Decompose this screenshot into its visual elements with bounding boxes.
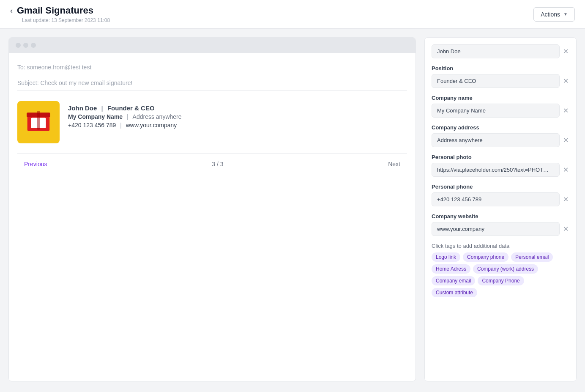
- settings-panel: ✕ Position ✕ Company name ✕ Company addr…: [424, 37, 577, 381]
- field-group-company-address: Company address ✕: [432, 124, 569, 147]
- field-row-company-website: ✕: [432, 222, 569, 236]
- preview-panel: To: someone.from@test test Subject: Chec…: [8, 37, 416, 381]
- position-input[interactable]: [432, 74, 560, 88]
- signature-website: www.your.company: [126, 122, 177, 129]
- company-name-input[interactable]: [432, 104, 560, 118]
- header: ‹ Gmail Signatures Last update: 13 Septe…: [0, 0, 585, 29]
- email-signature-area: John Doe | Founder & CEO My Company Name…: [17, 91, 407, 154]
- email-body: To: someone.from@test test Subject: Chec…: [9, 53, 416, 181]
- clear-personal-photo-button[interactable]: ✕: [562, 166, 569, 174]
- personal-photo-input[interactable]: [432, 163, 560, 177]
- tag-chip-6[interactable]: Company Phone: [478, 276, 524, 285]
- signature-divider-2: |: [127, 113, 130, 120]
- clear-personal-phone-button[interactable]: ✕: [562, 195, 569, 204]
- signature-name: John Doe: [68, 104, 97, 112]
- name-input[interactable]: [432, 44, 560, 58]
- tags-row: Logo linkCompany phonePersonal emailHome…: [432, 252, 569, 297]
- previous-button[interactable]: Previous: [24, 161, 47, 167]
- main-content: To: someone.from@test test Subject: Chec…: [0, 29, 585, 390]
- position-label: Position: [432, 65, 569, 71]
- email-to: To: someone.from@test test: [17, 60, 407, 75]
- page-title: Gmail Signatures: [17, 5, 93, 16]
- tag-chip-1[interactable]: Company phone: [463, 252, 508, 262]
- field-row-name: ✕: [432, 44, 569, 58]
- signature-position: Founder & CEO: [107, 104, 155, 112]
- svg-point-4: [40, 121, 46, 126]
- field-group-position: Position ✕: [432, 65, 569, 88]
- actions-button[interactable]: Actions ▼: [533, 7, 575, 22]
- svg-point-3: [31, 121, 37, 126]
- svg-rect-6: [37, 111, 40, 130]
- header-left: ‹ Gmail Signatures Last update: 13 Septe…: [10, 5, 110, 23]
- field-row-position: ✕: [432, 74, 569, 88]
- pagination: Previous 3 / 3 Next: [17, 154, 407, 174]
- actions-label: Actions: [541, 11, 560, 18]
- clear-company-website-button[interactable]: ✕: [562, 225, 569, 233]
- signature-divider-1: |: [101, 104, 103, 112]
- tag-chip-3[interactable]: Home Adress: [432, 264, 470, 274]
- personal-phone-label: Personal phone: [432, 184, 569, 190]
- chevron-down-icon: ▼: [563, 12, 568, 16]
- field-row-personal-photo: ✕: [432, 163, 569, 177]
- window-dot-3: [31, 43, 36, 48]
- clear-name-button[interactable]: ✕: [562, 47, 569, 56]
- tag-chip-4[interactable]: Company (work) address: [473, 264, 538, 274]
- field-group-company-website: Company website ✕: [432, 213, 569, 236]
- field-row-company-address: ✕: [432, 133, 569, 147]
- field-group-personal-phone: Personal phone ✕: [432, 184, 569, 206]
- signature-info: John Doe | Founder & CEO My Company Name…: [68, 101, 182, 129]
- last-update: Last update: 13 September 2023 11:08: [22, 17, 110, 23]
- personal-phone-input[interactable]: [432, 192, 560, 206]
- tag-chip-7[interactable]: Custom attribute: [432, 288, 477, 297]
- signature-company-row: My Company Name | Address anywhere: [68, 113, 182, 120]
- company-address-input[interactable]: [432, 133, 560, 147]
- company-address-label: Company address: [432, 124, 569, 131]
- window-dot-1: [16, 43, 21, 48]
- tag-chip-0[interactable]: Logo link: [432, 252, 460, 262]
- personal-photo-label: Personal photo: [432, 154, 569, 160]
- email-titlebar: [9, 38, 416, 53]
- signature-logo: [17, 101, 60, 143]
- email-subject: Subject: Check out my new email signatur…: [17, 75, 407, 91]
- header-title-row: ‹ Gmail Signatures: [10, 5, 110, 16]
- signature-address: Address anywhere: [133, 113, 182, 120]
- signature-divider-3: |: [120, 122, 123, 129]
- back-arrow-icon[interactable]: ‹: [10, 6, 13, 15]
- logo-svg-icon: [24, 107, 53, 137]
- tags-label: Click tags to add additional data: [432, 243, 569, 249]
- company-name-label: Company name: [432, 95, 569, 101]
- field-row-company-name: ✕: [432, 104, 569, 118]
- signature-content: John Doe | Founder & CEO My Company Name…: [17, 101, 407, 143]
- page-indicator: 3 / 3: [212, 161, 223, 167]
- signature-phone: +420 123 456 789: [68, 122, 116, 129]
- field-group-name: ✕: [432, 44, 569, 58]
- signature-contact-row: +420 123 456 789 | www.your.company: [68, 122, 182, 129]
- tag-chip-5[interactable]: Company email: [432, 276, 475, 285]
- tag-chip-2[interactable]: Personal email: [511, 252, 553, 262]
- next-button[interactable]: Next: [388, 161, 400, 167]
- field-row-personal-phone: ✕: [432, 192, 569, 206]
- window-dot-2: [23, 43, 28, 48]
- clear-company-address-button[interactable]: ✕: [562, 136, 569, 145]
- email-window: To: someone.from@test test Subject: Chec…: [8, 37, 416, 381]
- tags-section: Click tags to add additional data Logo l…: [432, 243, 569, 297]
- company-website-input[interactable]: [432, 222, 560, 236]
- field-group-company-name: Company name ✕: [432, 95, 569, 118]
- signature-name-row: John Doe | Founder & CEO: [68, 104, 182, 112]
- field-group-personal-photo: Personal photo ✕: [432, 154, 569, 177]
- company-website-label: Company website: [432, 213, 569, 219]
- clear-company-name-button[interactable]: ✕: [562, 107, 569, 115]
- signature-company: My Company Name: [68, 113, 123, 120]
- clear-position-button[interactable]: ✕: [562, 77, 569, 85]
